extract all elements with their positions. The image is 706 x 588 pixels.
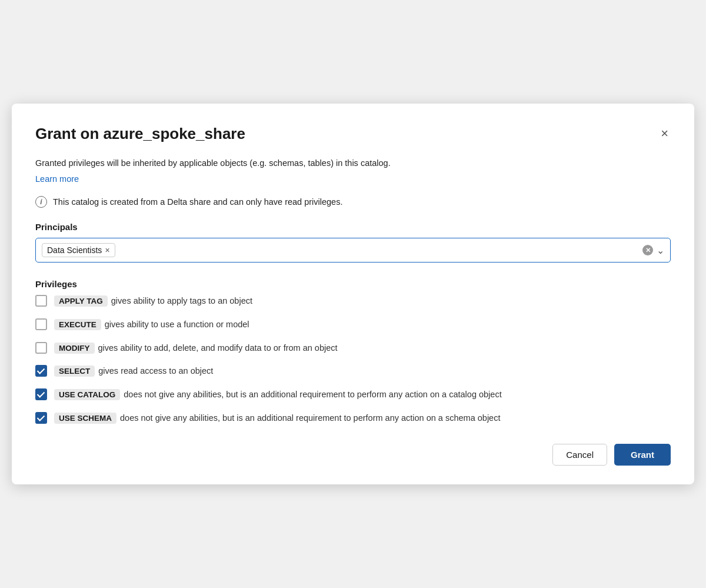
use-schema-badge: USE SCHEMA (54, 413, 116, 424)
use-schema-checkbox[interactable] (35, 412, 47, 424)
use-schema-content: USE SCHEMA does not give any abilities, … (54, 412, 671, 425)
info-banner: i This catalog is created from a Delta s… (35, 196, 671, 208)
info-icon: i (35, 196, 47, 208)
apply-tag-content: APPLY TAG gives ability to apply tags to… (54, 295, 671, 308)
modal-dialog: Grant on azure_spoke_share × Granted pri… (12, 104, 694, 484)
execute-content: EXECUTE gives ability to use a function … (54, 318, 671, 331)
execute-badge: EXECUTE (54, 319, 101, 330)
cancel-button[interactable]: Cancel (552, 444, 607, 466)
privilege-item-apply-tag: APPLY TAG gives ability to apply tags to… (35, 295, 671, 308)
select-badge: SELECT (54, 366, 95, 377)
grant-button[interactable]: Grant (614, 444, 671, 466)
principals-tags-area: Data Scientists × (42, 243, 115, 257)
info-text: This catalog is created from a Delta sha… (53, 197, 342, 207)
select-content: SELECT gives read access to an object (54, 365, 671, 378)
use-catalog-content: USE CATALOG does not give any abilities,… (54, 388, 671, 401)
principal-tag-remove-button[interactable]: × (105, 246, 109, 254)
principals-input[interactable]: Data Scientists × ✕ ⌄ (35, 238, 671, 263)
principals-controls: ✕ ⌄ (642, 245, 664, 256)
clear-principals-icon[interactable]: ✕ (642, 245, 653, 255)
description-text: Granted privileges will be inherited by … (35, 157, 671, 170)
privilege-item-modify: MODIFY gives ability to add, delete, and… (35, 342, 671, 355)
modal-footer: Cancel Grant (35, 444, 671, 466)
modal-title: Grant on azure_spoke_share (35, 125, 245, 143)
close-button[interactable]: × (658, 125, 671, 142)
privilege-item-use-schema: USE SCHEMA does not give any abilities, … (35, 412, 671, 425)
use-catalog-checkbox[interactable] (35, 388, 47, 400)
modify-content: MODIFY gives ability to add, delete, and… (54, 342, 671, 355)
use-schema-description: does not give any abilities, but is an a… (120, 412, 500, 425)
modal-header: Grant on azure_spoke_share × (35, 125, 671, 143)
privileges-section-label: Privileges (35, 279, 671, 289)
principal-tag-value: Data Scientists (47, 245, 102, 255)
execute-description: gives ability to use a function or model (105, 318, 249, 331)
apply-tag-checkbox[interactable] (35, 295, 47, 307)
select-description: gives read access to an object (98, 365, 213, 378)
modify-description: gives ability to add, delete, and modify… (98, 342, 338, 355)
use-catalog-badge: USE CATALOG (54, 389, 120, 400)
principals-section-label: Principals (35, 222, 671, 232)
execute-checkbox[interactable] (35, 318, 47, 330)
privileges-section: Privileges APPLY TAG gives ability to ap… (35, 279, 671, 425)
privilege-item-use-catalog: USE CATALOG does not give any abilities,… (35, 388, 671, 401)
learn-more-link[interactable]: Learn more (35, 174, 79, 184)
privilege-item-execute: EXECUTE gives ability to use a function … (35, 318, 671, 331)
principal-tag: Data Scientists × (42, 243, 115, 257)
chevron-down-icon[interactable]: ⌄ (657, 245, 664, 256)
modify-checkbox[interactable] (35, 342, 47, 354)
modify-badge: MODIFY (54, 343, 95, 354)
use-catalog-description: does not give any abilities, but is an a… (124, 388, 501, 401)
privilege-item-select: SELECT gives read access to an object (35, 365, 671, 378)
apply-tag-description: gives ability to apply tags to an object (111, 295, 252, 308)
apply-tag-badge: APPLY TAG (54, 295, 108, 307)
select-checkbox[interactable] (35, 365, 47, 377)
